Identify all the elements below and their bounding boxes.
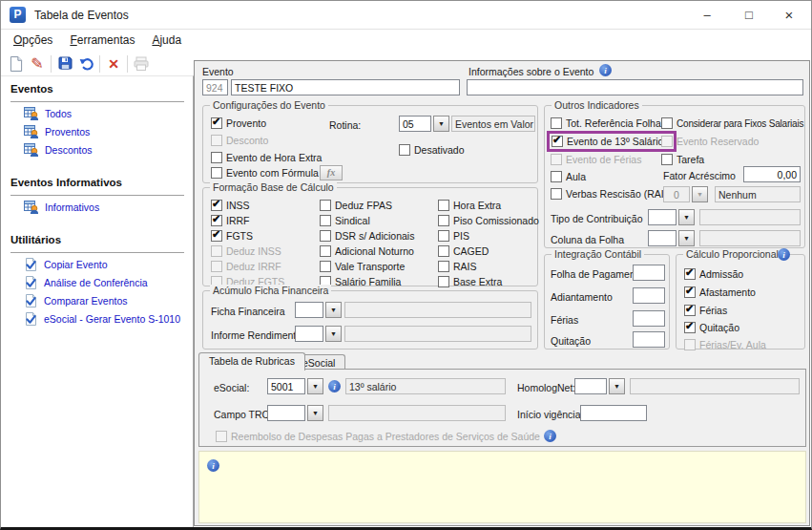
checkbox-rais[interactable]: RAIS xyxy=(438,261,477,272)
informe-rendimentos-combo-value[interactable] xyxy=(295,326,323,342)
checkbox-label: Afastamento xyxy=(699,286,756,298)
checkbox-box xyxy=(684,268,696,280)
homolognet-combo-value[interactable] xyxy=(574,378,607,394)
informe-rendimentos-dropdown-button[interactable] xyxy=(325,326,342,342)
checkbox-fgts[interactable]: FGTS xyxy=(211,230,253,242)
checkbox-aula[interactable]: Aula xyxy=(551,171,586,182)
close-button[interactable]: × xyxy=(769,1,809,30)
delete-button[interactable]: ✕ xyxy=(103,53,124,74)
save-button[interactable] xyxy=(54,53,75,74)
checkbox-tot-referencia-folha[interactable]: Tot. Referência Folha xyxy=(551,117,661,129)
sidebar-item-descontos[interactable]: Descontos xyxy=(24,143,193,157)
info-icon[interactable]: i xyxy=(599,64,612,76)
checkbox-adicional-noturno[interactable]: Adicional Noturno xyxy=(320,245,414,257)
checkbox-base-extra[interactable]: Base Extra xyxy=(438,276,502,287)
tipo-contribuicao-combo-value[interactable] xyxy=(648,209,677,225)
checkbox-label: Evento de 13º Salário xyxy=(567,136,663,147)
folha-pagamento-field[interactable] xyxy=(633,265,665,281)
info-icon[interactable]: i xyxy=(778,248,790,261)
ficha-financeira-combo-value[interactable] xyxy=(295,302,323,318)
menu-ferramentas[interactable]: Ferramentas xyxy=(61,31,143,52)
rotina-combo-value[interactable]: 05 xyxy=(399,116,431,132)
rotina-dropdown-button[interactable] xyxy=(433,116,449,132)
checkbox-sindical[interactable]: Sindical xyxy=(320,215,370,226)
undo-button[interactable] xyxy=(75,53,96,74)
checkbox-provento[interactable]: Provento xyxy=(211,117,266,129)
info-icon[interactable]: i xyxy=(207,459,219,472)
info-icon[interactable]: i xyxy=(328,380,341,392)
group-formacao-base-calculo: Formação Base de Cálculo INSS IRRF FGTS … xyxy=(202,187,538,286)
checkbox-label: Salário Familia xyxy=(335,276,401,287)
checkbox-tarefa[interactable]: Tarefa xyxy=(661,154,704,165)
floppy-disk-icon xyxy=(58,56,73,71)
checkbox-considerar-fixos-salariais[interactable]: Considerar para Fixos Salariais xyxy=(661,117,803,129)
evento-code-field[interactable]: 924 xyxy=(202,79,228,95)
quitacao-field[interactable] xyxy=(633,331,665,348)
checkbox-label: Hora Extra xyxy=(453,200,501,211)
checkbox-box xyxy=(552,136,563,147)
fator-acrescimo-field[interactable]: 0,00 xyxy=(743,166,801,182)
checkbox-inss[interactable]: INSS xyxy=(211,200,250,211)
checkbox-pis[interactable]: PIS xyxy=(438,230,469,242)
toolbar: ✎ ✕ xyxy=(1,52,193,75)
info-evento-label: Informações sobre o Evento xyxy=(468,66,593,77)
sidebar-item-esocial-gerar-s1010[interactable]: eSocial - Gerar Evento S-1010 xyxy=(24,312,193,326)
checkbox-salario-familia[interactable]: Salário Familia xyxy=(320,276,401,287)
sidebar-item-todos[interactable]: Todos xyxy=(24,107,193,120)
inicio-vigencia-field[interactable] xyxy=(580,405,647,421)
checkbox-quitacao-proporcional[interactable]: Quitação xyxy=(684,322,739,333)
checkbox-afastamento[interactable]: Afastamento xyxy=(684,286,756,298)
ficha-financeira-dropdown-button[interactable] xyxy=(325,302,342,318)
edit-button[interactable]: ✎ xyxy=(27,53,48,74)
checkbox-desativado[interactable]: Desativado xyxy=(399,144,465,156)
toolbar-separator xyxy=(99,55,100,73)
tipo-contribuicao-dropdown-button[interactable] xyxy=(678,209,695,225)
adiantamento-label: Adiantamento xyxy=(551,291,613,303)
group-integracao-contabil: Integração Contábil Folha de Pagamento A… xyxy=(544,254,670,350)
sidebar-item-label: Todos xyxy=(45,108,72,119)
checkbox-vale-transporte[interactable]: Vale Transporte xyxy=(320,261,405,272)
info-icon[interactable]: i xyxy=(544,430,556,442)
checkbox-dsr-adicionais[interactable]: DSR s/ Adicionais xyxy=(320,230,414,242)
sidebar-item-analise-conferencia[interactable]: Análise de Conferência xyxy=(24,276,193,289)
tipo-contribuicao-label: Tipo de Contribuição xyxy=(551,213,643,224)
checkbox-evento-hora-extra[interactable]: Evento de Hora Extra xyxy=(211,152,322,163)
checkbox-caged[interactable]: CAGED xyxy=(438,245,489,257)
campo-trct-dropdown-button[interactable] xyxy=(307,405,323,421)
checkbox-ferias-proporcional[interactable]: Férias xyxy=(684,305,727,316)
checkbox-evento-de-ferias: Evento de Férias xyxy=(551,154,641,165)
check-page-icon xyxy=(24,294,37,307)
ferias-field[interactable] xyxy=(633,310,665,327)
sidebar-item-comparar-eventos[interactable]: Comparar Eventos xyxy=(24,294,193,307)
sidebar-item-copiar-evento[interactable]: Copiar Evento xyxy=(24,258,193,271)
minimize-button[interactable]: – xyxy=(687,1,727,30)
checkbox-evento-com-formula[interactable]: Evento com Fórmula xyxy=(211,167,319,179)
checkbox-evento-13-salario[interactable]: Evento de 13º Salário xyxy=(552,136,663,147)
homolognet-dropdown-button[interactable] xyxy=(609,378,625,394)
menu-ajuda[interactable]: Ajuda xyxy=(143,31,190,52)
coluna-folha-dropdown-button[interactable] xyxy=(678,230,695,246)
esocial-rubrica-combo-value[interactable]: 5001 xyxy=(267,378,305,394)
coluna-folha-combo-value[interactable] xyxy=(648,230,677,246)
menu-opcoes[interactable]: Opções xyxy=(5,31,61,52)
esocial-rubrica-dropdown-button[interactable] xyxy=(307,378,323,394)
checkbox-deduz-fpas[interactable]: Deduz FPAS xyxy=(320,200,392,211)
info-evento-field[interactable] xyxy=(467,79,803,95)
checkbox-desconto: Desconto xyxy=(211,135,268,146)
checkbox-box xyxy=(211,117,222,129)
checkbox-irrf[interactable]: IRRF xyxy=(211,215,250,226)
checkbox-label: IRRF xyxy=(226,215,250,226)
new-record-button[interactable] xyxy=(6,53,27,74)
sidebar-item-informativos[interactable]: Informativos xyxy=(24,201,193,214)
tab-tabela-de-rubricas[interactable]: Tabela de Rubricas xyxy=(198,352,305,371)
group-configuracoes-evento: Configurações do Evento Provento Descont… xyxy=(202,105,538,183)
evento-name-field[interactable]: TESTE FIXO xyxy=(231,79,460,95)
maximize-button[interactable]: □ xyxy=(729,1,769,30)
checkbox-hora-extra[interactable]: Hora Extra xyxy=(438,200,501,211)
sidebar-item-proventos[interactable]: Proventos xyxy=(24,125,193,138)
checkbox-piso-comissionado[interactable]: Piso Comissionado xyxy=(438,215,539,226)
checkbox-admissao[interactable]: Admissão xyxy=(684,268,743,280)
campo-trct-combo-value[interactable] xyxy=(267,405,305,421)
checkbox-verbas-rescisao-rais[interactable]: Verbas Rescisão (RAIS) xyxy=(551,188,674,200)
adiantamento-field[interactable] xyxy=(633,287,665,304)
